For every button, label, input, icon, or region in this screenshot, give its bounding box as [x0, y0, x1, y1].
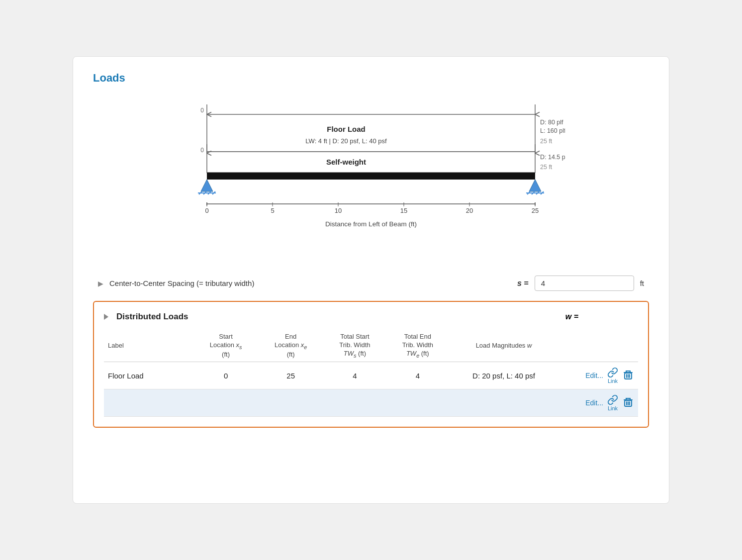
spacing-row: ▶ Center-to-Center Spacing (= tributary … [93, 276, 649, 291]
row1-link-icon[interactable]: Link [607, 367, 618, 384]
axis-title: Distance from Left of Beam (ft) [325, 220, 417, 228]
svg-rect-1 [207, 152, 535, 173]
svg-marker-3 [201, 180, 213, 191]
row2-actions: Edit... Link [558, 389, 638, 417]
distributed-loads-section: Distributed Loads w = Label StartLocatio… [93, 301, 649, 428]
dist-formula: w = [565, 312, 578, 321]
table-row: Edit... Link [104, 389, 638, 417]
page-title: Loads [93, 72, 649, 85]
diagram-area: Floor Load LW: 4 ft | D: 20 psf, L: 40 p… [93, 99, 649, 266]
col-total-start-tw: Total StartTrib. WidthTWs (ft) [323, 330, 386, 362]
svg-text:25: 25 [532, 207, 539, 214]
row2-link-icon[interactable]: Link [607, 394, 618, 411]
table-row: Floor Load 0 25 4 4 D: 20 psf, [104, 362, 638, 389]
svg-marker-9 [529, 180, 541, 191]
right-support [526, 180, 544, 194]
spacing-formula: s = [517, 279, 529, 288]
svg-text:5: 5 [271, 207, 274, 214]
row2-action-icons: Edit... Link [562, 394, 634, 411]
row1-load-magnitudes: D: 20 psf, L: 40 psf [449, 362, 558, 389]
row2-label [104, 389, 193, 417]
spacing-label: Center-to-Center Spacing (= tributary wi… [109, 279, 254, 287]
svg-text:0: 0 [205, 207, 208, 214]
row1-actions: Edit... Link [558, 362, 638, 389]
row2-edit-button[interactable]: Edit... [585, 399, 603, 407]
svg-rect-2 [207, 173, 535, 180]
col-total-end-tw: Total EndTrib. WidthTWe (ft) [386, 330, 449, 362]
dist-title: Distributed Loads [116, 312, 188, 322]
svg-text:10: 10 [335, 207, 342, 214]
col-load-magnitudes: Load Magnitudes w [449, 330, 558, 362]
self-weight-label: Self-weight [326, 158, 366, 166]
svg-text:0: 0 [200, 147, 204, 154]
dist-header: Distributed Loads w = [104, 312, 638, 322]
spacing-arrow-icon: ▶ [98, 280, 103, 287]
main-container: Loads Floor Load LW: 4 ft | D: 20 psf, L… [73, 56, 669, 504]
floor-load-sub: LW: 4 ft | D: 20 psf, L: 40 psf [305, 137, 387, 145]
right-self-weight-label: D: 14.5 plf [540, 154, 565, 161]
row1-total-start-tw: 4 [323, 362, 386, 389]
svg-rect-0 [207, 114, 535, 152]
row1-action-icons: Edit... Link [562, 367, 634, 384]
left-support [198, 180, 216, 194]
right-self-dist-label: 25 ft [540, 164, 553, 171]
svg-text:20: 20 [466, 207, 473, 214]
row1-total-end-tw: 4 [386, 362, 449, 389]
row2-delete-button[interactable] [622, 396, 634, 410]
floor-load-label: Floor Load [327, 125, 366, 133]
row1-label: Floor Load [104, 362, 193, 389]
row2-total-start-tw [323, 389, 386, 417]
right-dist-label: 25 ft [540, 138, 553, 145]
spacing-unit: ft [640, 279, 644, 287]
loads-table: Label StartLocation xs(ft) EndLocation x… [104, 330, 638, 417]
row2-load-magnitudes [449, 389, 558, 417]
right-l-label: L: 160 plf [540, 127, 565, 134]
right-d-label: D: 80 plf [540, 119, 563, 126]
col-start-loc: StartLocation xs(ft) [193, 330, 258, 362]
col-end-loc: EndLocation xe(ft) [258, 330, 323, 362]
row1-end-loc: 25 [258, 362, 323, 389]
diagram-svg: Floor Load LW: 4 ft | D: 20 psf, L: 40 p… [177, 99, 565, 266]
row1-delete-button[interactable] [622, 369, 634, 382]
dist-arrow-icon [104, 314, 108, 320]
col-label: Label [104, 330, 193, 362]
row1-edit-button[interactable]: Edit... [585, 372, 603, 379]
svg-text:0: 0 [200, 107, 204, 114]
col-actions [558, 330, 638, 362]
row2-start-loc [193, 389, 258, 417]
row1-start-loc: 0 [193, 362, 258, 389]
spacing-input[interactable] [535, 276, 634, 291]
row2-total-end-tw [386, 389, 449, 417]
row2-end-loc [258, 389, 323, 417]
svg-text:15: 15 [400, 207, 407, 214]
